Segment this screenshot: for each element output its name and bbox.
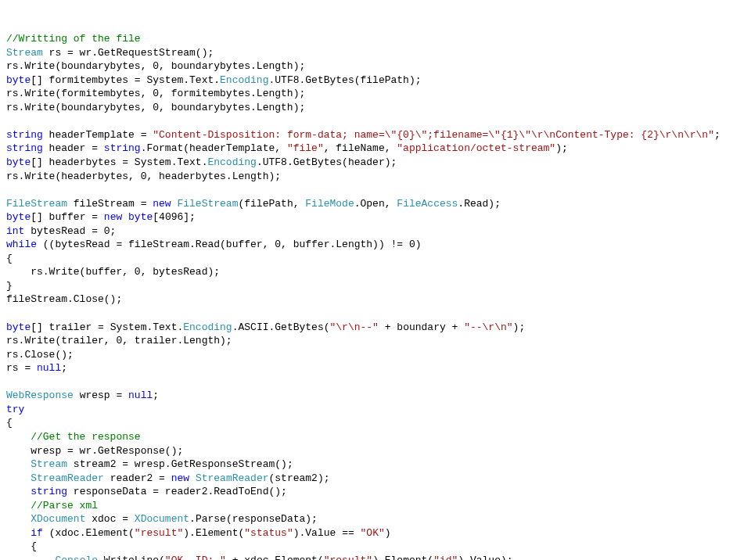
code-block: //Writting of the file Stream rs = wr.Ge… [6, 32, 745, 560]
